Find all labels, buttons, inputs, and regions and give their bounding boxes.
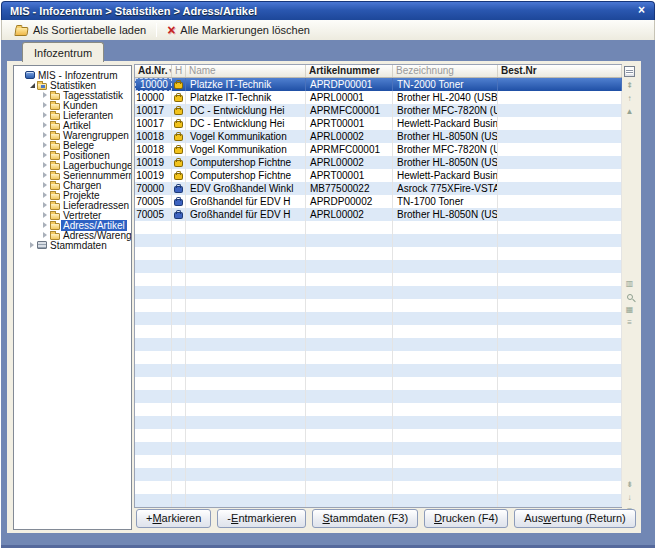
clear-marks-button[interactable]: × Alle Markierungen löschen xyxy=(161,21,316,39)
grid-row[interactable]: 70005Großhandel für EDV HAPRDP00002TN-17… xyxy=(135,195,621,208)
cell-name xyxy=(186,299,306,312)
cell-bezeichnung xyxy=(393,481,498,494)
cell-bestnr xyxy=(498,351,622,364)
cell-bestnr xyxy=(498,442,622,455)
tree-item-lieferadressen[interactable]: Lieferadressen xyxy=(14,200,131,210)
app-window-icon xyxy=(24,71,36,79)
tree-item-belege[interactable]: Belege xyxy=(14,140,131,150)
close-icon[interactable]: × xyxy=(638,3,645,17)
column-header-best-nr[interactable]: Best.Nr xyxy=(498,65,622,77)
grid-row[interactable]: 10018Vogel KommunikationAPRMFC00001Broth… xyxy=(135,143,621,156)
column-header-bezeichnung[interactable]: Bezeichnung xyxy=(393,65,498,77)
entmarkieren-button[interactable]: - Entmarkieren xyxy=(217,509,306,528)
grid-row[interactable]: 10019Computershop FichtneAPRT00001Hewlet… xyxy=(135,169,621,182)
cell-lock xyxy=(172,182,186,195)
tree-item-statistiken[interactable]: Statistiken xyxy=(14,80,131,90)
column-header-artikelnummer[interactable]: Artikelnummer xyxy=(306,65,393,77)
collapsed-triangle-icon[interactable] xyxy=(41,92,49,98)
collapsed-triangle-icon[interactable] xyxy=(28,242,36,248)
tree-item-projekte[interactable]: Projekte xyxy=(14,190,131,200)
grid-row[interactable]: 70000EDV Großhandel WinklMB77500022Asroc… xyxy=(135,182,621,195)
button-label-part: tammdaten (F3) xyxy=(330,512,408,524)
yellow-lock-icon xyxy=(175,174,182,179)
cell-adnr: 10000 xyxy=(135,91,172,104)
grid-row[interactable]: 10000Platzke IT-TechnikAPRL00001Brother … xyxy=(135,91,621,104)
cell-adnr xyxy=(135,286,172,299)
jump-down-marked-icon[interactable]: ↓ xyxy=(624,492,635,503)
tree-item-tagesstatistik[interactable]: Tagesstatistik xyxy=(14,90,131,100)
collapsed-triangle-icon[interactable] xyxy=(41,112,49,118)
tree-item-lieferanten[interactable]: Lieferanten xyxy=(14,110,131,120)
yellow-lock-icon xyxy=(175,135,182,140)
tree-item-stammdaten[interactable]: Stammdaten xyxy=(14,240,131,250)
collapsed-triangle-icon[interactable] xyxy=(41,192,49,198)
jump-up-marked-icon[interactable]: ↑ xyxy=(624,93,635,104)
collapsed-triangle-icon[interactable] xyxy=(41,202,49,208)
tree-item-mis-infozentrum[interactable]: MIS - Infozentrum xyxy=(14,70,131,80)
collapsed-triangle-icon[interactable] xyxy=(41,102,49,108)
drucken-f4-button[interactable]: Drucken (F4) xyxy=(424,509,508,528)
cell-artikelnummer: APRL00002 xyxy=(306,130,393,143)
expanded-triangle-icon[interactable] xyxy=(28,83,36,88)
cell-bestnr xyxy=(498,416,622,429)
grid-row[interactable]: 10017DC - Entwicklung HeiAPRT00001Hewlet… xyxy=(135,117,621,130)
folder-icon xyxy=(49,181,61,190)
cell-bestnr xyxy=(498,481,622,494)
grid-row[interactable]: 10000Platzke IT-TechnikAPRDP00001TN-2000… xyxy=(135,78,621,91)
cell-adnr xyxy=(135,247,172,260)
collapsed-triangle-icon[interactable] xyxy=(41,182,49,188)
tree-item-artikel[interactable]: Artikel xyxy=(14,120,131,130)
scroll-bottom-icon[interactable]: ⇟ xyxy=(624,479,635,490)
tab-infozentrum[interactable]: Infozentrum xyxy=(22,42,104,62)
collapsed-triangle-icon[interactable] xyxy=(41,212,49,218)
cell-bezeichnung xyxy=(393,351,498,364)
collapsed-triangle-icon[interactable] xyxy=(41,222,49,228)
tree-item-adress-artikel[interactable]: Adress/Artikel xyxy=(14,220,131,230)
collapsed-triangle-icon[interactable] xyxy=(41,172,49,178)
cell-name xyxy=(186,403,306,416)
scroll-top-icon[interactable]: ⇞ xyxy=(624,80,635,91)
cell-lock xyxy=(172,442,186,455)
customize-columns-icon[interactable] xyxy=(624,66,635,77)
cell-lock xyxy=(172,455,186,468)
tree-item-positionen[interactable]: Positionen xyxy=(14,150,131,160)
grid-row[interactable]: 70005Großhandel für EDV HAPRL00002Brothe… xyxy=(135,208,621,221)
tree-item-lagerbuchungen[interactable]: Lagerbuchungen xyxy=(14,160,131,170)
columns-icon[interactable]: ▥ xyxy=(624,278,635,289)
grid-row[interactable]: 10019Computershop FichtneAPRL00002Brothe… xyxy=(135,156,621,169)
auswertung-return-button[interactable]: Auswertung (Return) xyxy=(514,509,636,528)
cell-lock xyxy=(172,468,186,481)
triangle-up-icon[interactable]: ▲ xyxy=(624,106,635,117)
collapsed-triangle-icon[interactable] xyxy=(41,152,49,158)
column-header-ad-nr[interactable]: Ad.Nr.▼ xyxy=(135,65,172,77)
column-header-name[interactable]: Name xyxy=(186,65,306,77)
cell-bezeichnung xyxy=(393,221,498,234)
cell-lock xyxy=(172,312,186,325)
collapsed-triangle-icon[interactable] xyxy=(41,232,49,238)
grid-row[interactable]: 10018Vogel KommunikationAPRL00002Brother… xyxy=(135,130,621,143)
markieren-button[interactable]: + Markieren xyxy=(136,509,211,528)
cell-adnr xyxy=(135,351,172,364)
collapsed-triangle-icon[interactable] xyxy=(41,162,49,168)
tree-item-kunden[interactable]: Kunden xyxy=(14,100,131,110)
collapsed-triangle-icon[interactable] xyxy=(41,142,49,148)
cell-bezeichnung: Brother MFC-7820N (USB/PAR/LAN) xyxy=(393,104,498,117)
cell-name: DC - Entwicklung Hei xyxy=(186,117,306,130)
column-header-h[interactable]: H xyxy=(172,65,186,77)
collapsed-triangle-icon[interactable] xyxy=(41,122,49,128)
grid-row[interactable]: 10017DC - Entwicklung HeiAPRMFC00001Brot… xyxy=(135,104,621,117)
tree-item-adress-warengruppen[interactable]: Adress/Warengruppen xyxy=(14,230,131,240)
load-sort-table-button[interactable]: Als Sortiertabelle laden xyxy=(9,21,152,39)
button-label-part: ertung (Return) xyxy=(551,512,626,524)
list-icon[interactable]: ≡ xyxy=(624,317,635,328)
tree-item-chargen[interactable]: Chargen xyxy=(14,180,131,190)
tree-item-warengruppen[interactable]: Warengruppen xyxy=(14,130,131,140)
tree-item-seriennummern[interactable]: Seriennummern xyxy=(14,170,131,180)
cell-bestnr xyxy=(498,429,622,442)
grid-empty-row xyxy=(135,234,621,247)
stammdaten-f3-button[interactable]: Stammdaten (F3) xyxy=(312,509,418,528)
collapsed-triangle-icon[interactable] xyxy=(41,132,49,138)
table-icon[interactable]: ▦ xyxy=(624,304,635,315)
search-icon[interactable] xyxy=(624,291,635,302)
tree-item-vertreter[interactable]: Vertreter xyxy=(14,210,131,220)
